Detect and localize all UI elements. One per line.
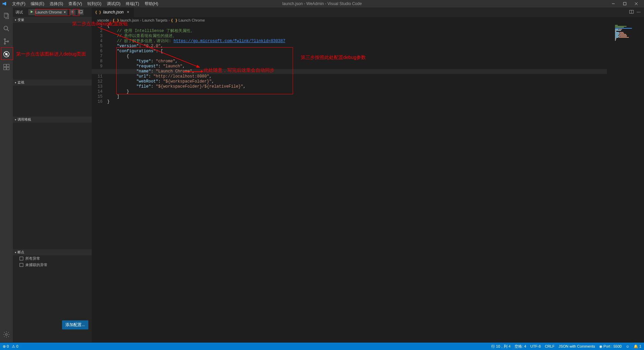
section-callstack-label: 调用堆栈 bbox=[18, 117, 31, 122]
status-eol[interactable]: CRLF bbox=[545, 344, 555, 348]
menu-edit[interactable]: 编辑(E) bbox=[28, 0, 47, 7]
add-configuration-label: 添加配置... bbox=[65, 322, 85, 327]
section-watch[interactable]: ▾ 监视 bbox=[13, 79, 92, 86]
svg-rect-14 bbox=[79, 10, 82, 13]
debug-configure-button[interactable] bbox=[69, 9, 76, 15]
menu-view[interactable]: 查看(V) bbox=[66, 0, 85, 7]
svg-point-7 bbox=[5, 53, 7, 55]
svg-point-5 bbox=[7, 41, 9, 42]
svg-point-13 bbox=[72, 11, 73, 12]
breadcrumbs[interactable]: .vscode › { } launch.json › Launch Targe… bbox=[92, 17, 644, 24]
maximize-button[interactable] bbox=[619, 0, 631, 7]
vscode-logo-icon bbox=[2, 1, 7, 6]
play-icon bbox=[30, 10, 33, 14]
status-encoding[interactable]: UTF-8 bbox=[530, 344, 541, 348]
editor-tab-actions: ⋯ bbox=[629, 7, 644, 17]
svg-point-12 bbox=[5, 333, 7, 336]
crumb[interactable]: launch.json bbox=[120, 18, 139, 22]
status-bar: ⊗ 0 ⚠ 0 行 10，列 4 空格: 4 UTF-8 CRLF JSON w… bbox=[0, 343, 644, 350]
menu-debug[interactable]: 调试(D) bbox=[104, 0, 123, 7]
debug-header-label: 调试 bbox=[16, 10, 23, 15]
close-button[interactable] bbox=[631, 0, 642, 7]
chevron-down-icon: ▾ bbox=[15, 118, 16, 121]
bp-label: 未捕获的异常 bbox=[25, 262, 48, 267]
editor-tabs: { } launch.json × ⋯ bbox=[92, 7, 644, 17]
section-breakpoints[interactable]: ▾ 断点 bbox=[13, 249, 92, 255]
section-variables[interactable]: ▾ 变量 bbox=[13, 17, 92, 23]
warning-icon: ⚠ bbox=[12, 344, 15, 349]
editor-area: { } launch.json × ⋯ .vscode › { } launch… bbox=[92, 7, 644, 342]
chevron-down-icon: ▾ bbox=[15, 251, 16, 254]
chevron-down-icon: ▼ bbox=[63, 11, 66, 14]
tab-close-icon[interactable]: × bbox=[126, 10, 130, 14]
section-callstack-body bbox=[13, 123, 92, 249]
activity-settings-icon[interactable] bbox=[0, 328, 13, 341]
status-language[interactable]: JSON with Comments bbox=[559, 344, 595, 348]
debug-console-button[interactable] bbox=[78, 9, 84, 15]
svg-point-4 bbox=[4, 43, 6, 44]
svg-rect-8 bbox=[4, 64, 6, 67]
debug-header: 调试 Launch Chrome ▼ bbox=[13, 7, 92, 17]
broadcast-icon: ◉ bbox=[599, 344, 603, 349]
chevron-down-icon: ▾ bbox=[15, 19, 16, 22]
split-editor-icon[interactable] bbox=[629, 9, 634, 15]
menu-terminal[interactable]: 终端(T) bbox=[123, 0, 142, 7]
svg-rect-10 bbox=[4, 67, 6, 70]
activity-extensions-icon[interactable] bbox=[0, 61, 13, 73]
section-callstack[interactable]: ▾ 调用堆栈 bbox=[13, 117, 92, 123]
svg-rect-9 bbox=[7, 64, 9, 67]
section-watch-label: 监视 bbox=[18, 80, 24, 85]
menu-help[interactable]: 帮助(H) bbox=[142, 0, 161, 7]
chevron-right-icon: › bbox=[140, 18, 141, 22]
section-variables-body bbox=[13, 23, 92, 79]
debug-start-dropdown[interactable]: Launch Chrome ▼ bbox=[28, 9, 67, 15]
status-errors[interactable]: ⊗ 0 ⚠ 0 bbox=[3, 344, 18, 349]
code-lines[interactable]: { // 使用 IntelliSense 了解相关属性。 // 悬停以查看现有属… bbox=[107, 24, 644, 342]
bp-uncaught-exceptions[interactable]: 未捕获的异常 bbox=[13, 262, 92, 268]
activity-search-icon[interactable] bbox=[0, 22, 13, 35]
svg-point-3 bbox=[4, 39, 6, 40]
json-file-icon: { } bbox=[171, 18, 178, 23]
more-actions-icon[interactable]: ⋯ bbox=[637, 10, 641, 14]
titlebar: 文件(F) 编辑(E) 选择(S) 查看(V) 转到(G) 调试(D) 终端(T… bbox=[0, 0, 644, 7]
minimize-button[interactable] bbox=[608, 0, 619, 7]
svg-rect-0 bbox=[623, 2, 626, 5]
bp-all-exceptions[interactable]: 所有异常 bbox=[13, 255, 92, 262]
activity-git-icon[interactable] bbox=[0, 35, 13, 48]
menu-go[interactable]: 转到(G) bbox=[85, 0, 104, 7]
menu-file[interactable]: 文件(F) bbox=[9, 0, 28, 7]
window-title: launch.json - WeAdmin - Visual Studio Co… bbox=[282, 1, 362, 6]
menu-selection[interactable]: 选择(S) bbox=[47, 0, 66, 7]
json-file-icon: { } bbox=[113, 18, 119, 23]
crumb[interactable]: Launch Targets bbox=[142, 18, 168, 22]
activity-explorer-icon[interactable] bbox=[0, 9, 13, 22]
error-icon: ⊗ bbox=[3, 344, 6, 349]
status-notifications[interactable]: 🔔 1 bbox=[634, 344, 641, 349]
status-cursor[interactable]: 行 10，列 4 bbox=[491, 344, 510, 349]
add-configuration-button[interactable]: 添加配置... bbox=[62, 320, 88, 329]
crumb[interactable]: Launch Chrome bbox=[178, 18, 205, 22]
svg-rect-11 bbox=[7, 67, 9, 70]
svg-rect-1 bbox=[4, 13, 8, 18]
bell-icon: 🔔 bbox=[634, 344, 638, 349]
debug-config-name: Launch Chrome bbox=[34, 10, 63, 14]
activity-debug-icon[interactable] bbox=[0, 48, 13, 61]
section-variables-label: 变量 bbox=[18, 18, 24, 22]
code-editor[interactable]: 1 2 3 4 5 6 7 8 9 10 11 12 13 14 15 16 {… bbox=[92, 24, 644, 342]
chevron-right-icon: › bbox=[110, 18, 112, 22]
chevron-down-icon: ▾ bbox=[15, 81, 16, 84]
activity-bar bbox=[0, 7, 13, 342]
window-controls bbox=[608, 0, 642, 7]
chevron-right-icon: › bbox=[169, 18, 170, 22]
gear-icon bbox=[70, 10, 75, 14]
checkbox-icon bbox=[20, 257, 23, 260]
status-indentation[interactable]: 空格: 4 bbox=[515, 344, 526, 349]
crumb[interactable]: .vscode bbox=[96, 18, 109, 22]
section-watch-body bbox=[13, 86, 92, 117]
tab-launch-json[interactable]: { } launch.json × bbox=[92, 7, 134, 17]
tab-name: launch.json bbox=[103, 10, 124, 14]
status-feedback-icon[interactable]: ☺ bbox=[626, 344, 630, 348]
status-liveserver[interactable]: ◉ Port : 5500 bbox=[599, 344, 622, 349]
json-file-icon: { } bbox=[95, 10, 101, 14]
section-breakpoints-label: 断点 bbox=[18, 250, 24, 255]
